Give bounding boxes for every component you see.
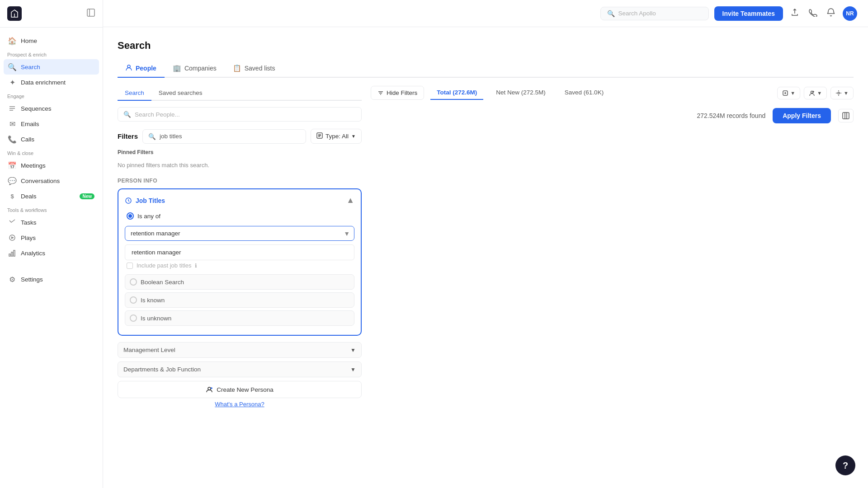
radio-is-unknown[interactable]: Is unknown xyxy=(125,310,354,326)
result-tab-total[interactable]: Total (272.6M) xyxy=(430,86,483,100)
chevron-down-view: ▼ xyxy=(844,90,849,96)
sidebar-item-settings-label: Settings xyxy=(21,276,43,283)
filters-label: Filters xyxy=(118,132,138,140)
sidebar-item-home[interactable]: 🏠 Home xyxy=(4,33,99,48)
sub-tab-search[interactable]: Search xyxy=(118,86,151,101)
tab-companies[interactable]: 🏢 Companies xyxy=(165,60,225,78)
radio-is-any-of-label: Is any of xyxy=(137,213,160,220)
svg-rect-7 xyxy=(9,254,10,256)
settings-icon: ⚙ xyxy=(8,275,16,283)
apply-filters-button[interactable]: Apply Filters xyxy=(773,108,831,123)
sidebar-item-plays[interactable]: Plays xyxy=(4,230,99,245)
conversations-icon: 💬 xyxy=(8,177,16,185)
main-content: 🔍 Search Apollo Invite Teammates NR Sear… xyxy=(103,0,868,488)
help-button[interactable]: ? xyxy=(835,455,855,475)
radio-boolean-search[interactable]: Boolean Search xyxy=(125,274,354,290)
view-options-button[interactable]: ▼ xyxy=(830,87,854,99)
job-title-input[interactable] xyxy=(125,226,354,241)
radio-is-known-circle xyxy=(130,296,137,304)
export-to-list-button[interactable]: ▼ xyxy=(777,87,800,99)
tab-people[interactable]: People xyxy=(118,60,165,78)
sidebar-item-data-enrichment-label: Data enrichment xyxy=(21,79,66,86)
sidebar-nav: 🏠 Home Prospect & enrich 🔍 Search ✦ Data… xyxy=(0,28,103,488)
section-label-engage: Engage xyxy=(4,90,99,101)
sidebar-item-calls[interactable]: 📞 Calls xyxy=(4,131,99,147)
companies-tab-icon: 🏢 xyxy=(173,64,181,72)
sidebar-item-search[interactable]: 🔍 Search xyxy=(4,59,99,75)
filter-search-value: job titles xyxy=(160,133,182,140)
result-tab-saved[interactable]: Saved (61.0K) xyxy=(558,86,610,100)
departments-chevron: ▼ xyxy=(350,366,356,373)
sidebar-item-tasks[interactable]: Tasks xyxy=(4,215,99,230)
no-pinned-text: No pinned filters match this search. xyxy=(118,158,362,172)
topbar: 🔍 Search Apollo Invite Teammates NR xyxy=(103,0,868,27)
departments-dropdown[interactable]: Departments & Job Function ▼ xyxy=(118,361,362,377)
include-past-job-titles-row[interactable]: Include past job titles ℹ xyxy=(125,260,354,271)
management-level-label: Management Level xyxy=(123,347,175,353)
radio-is-any-of[interactable]: Is any of xyxy=(125,210,354,222)
sidebar-item-meetings-label: Meetings xyxy=(21,162,46,169)
filter-search-input[interactable]: 🔍 job titles xyxy=(142,129,306,144)
sidebar-item-tasks-label: Tasks xyxy=(21,219,37,226)
search-people-input[interactable]: 🔍 Search People... xyxy=(118,107,362,122)
calls-icon: 📞 xyxy=(8,135,16,143)
management-level-dropdown[interactable]: Management Level ▼ xyxy=(118,342,362,358)
page-title: Search xyxy=(118,40,854,52)
meetings-icon: 📅 xyxy=(8,161,16,169)
job-title-input-wrap: ▼ xyxy=(125,226,354,241)
departments-label: Departments & Job Function xyxy=(123,366,201,373)
records-count: 272.524M records found xyxy=(697,112,765,119)
sidebar-item-search-label: Search xyxy=(21,64,40,70)
sidebar-item-settings[interactable]: ⚙ Settings xyxy=(4,272,99,287)
sidebar-item-deals-label: Deals xyxy=(21,193,37,200)
sidebar-item-data-enrichment[interactable]: ✦ Data enrichment xyxy=(4,75,99,90)
sidebar-item-emails-label: Emails xyxy=(21,121,39,127)
tab-saved-lists[interactable]: 📋 Saved lists xyxy=(225,60,283,78)
search-icon-sidebar: 🔍 xyxy=(8,63,16,71)
type-select-dropdown[interactable]: Type: All ▼ xyxy=(311,129,362,144)
include-past-info-icon: ℹ xyxy=(195,263,197,269)
sidebar-item-meetings[interactable]: 📅 Meetings xyxy=(4,158,99,173)
include-past-checkbox[interactable] xyxy=(127,263,133,269)
invite-teammates-button[interactable]: Invite Teammates xyxy=(714,6,783,21)
page-content: Search People 🏢 Companies 📋 Saved lists xyxy=(103,27,868,488)
sidebar-item-conversations[interactable]: 💬 Conversations xyxy=(4,173,99,188)
sidebar-item-sequences[interactable]: Sequences xyxy=(4,101,99,116)
sidebar-item-conversations-label: Conversations xyxy=(21,178,60,184)
sidebar-item-deals[interactable]: $ Deals New xyxy=(4,188,99,204)
search-apollo-icon: 🔍 xyxy=(607,10,615,17)
radio-is-known[interactable]: Is known xyxy=(125,292,354,308)
sidebar-toggle-button[interactable] xyxy=(86,8,95,19)
create-persona-label: Create New Persona xyxy=(217,386,273,393)
logo-icon xyxy=(7,6,22,21)
export-icon-button[interactable] xyxy=(788,6,801,21)
create-new-persona-button[interactable]: Create New Persona xyxy=(118,381,362,398)
data-enrichment-icon: ✦ xyxy=(8,78,16,86)
sidebar-logo xyxy=(0,0,103,28)
autocomplete-suggestion[interactable]: retention manager xyxy=(125,244,354,260)
sidebar-item-plays-label: Plays xyxy=(21,235,36,241)
chevron-down-sequence: ▼ xyxy=(817,90,822,96)
filter-header: Filters 🔍 job titles xyxy=(118,129,362,144)
svg-rect-0 xyxy=(87,9,94,16)
type-select-chevron: ▼ xyxy=(351,134,356,139)
sidebar-item-emails[interactable]: ✉ Emails xyxy=(4,116,99,131)
job-titles-collapse-button[interactable]: ▲ xyxy=(346,196,354,205)
phone-icon-button[interactable] xyxy=(807,6,819,21)
add-to-sequence-button[interactable]: ▼ xyxy=(804,87,827,99)
sub-tab-saved-searches[interactable]: Saved searches xyxy=(151,86,210,101)
deals-badge: New xyxy=(80,193,94,199)
whats-persona-link[interactable]: What's a Persona? xyxy=(118,401,362,408)
user-avatar[interactable]: NR xyxy=(843,6,857,21)
pinned-filters-label: Pinned Filters xyxy=(118,149,362,155)
person-info-label: Person Info xyxy=(118,178,362,184)
management-level-chevron: ▼ xyxy=(350,347,356,353)
svg-point-10 xyxy=(127,65,130,68)
hide-filters-button[interactable]: Hide Filters xyxy=(371,86,424,100)
sidebar-item-analytics[interactable]: Analytics xyxy=(4,245,99,261)
search-apollo-bar[interactable]: 🔍 Search Apollo xyxy=(600,7,709,20)
columns-toggle-button[interactable] xyxy=(838,109,854,122)
result-tab-net-new[interactable]: Net New (272.5M) xyxy=(490,86,552,100)
tab-saved-lists-label: Saved lists xyxy=(245,65,275,72)
notification-icon-button[interactable] xyxy=(825,6,837,21)
